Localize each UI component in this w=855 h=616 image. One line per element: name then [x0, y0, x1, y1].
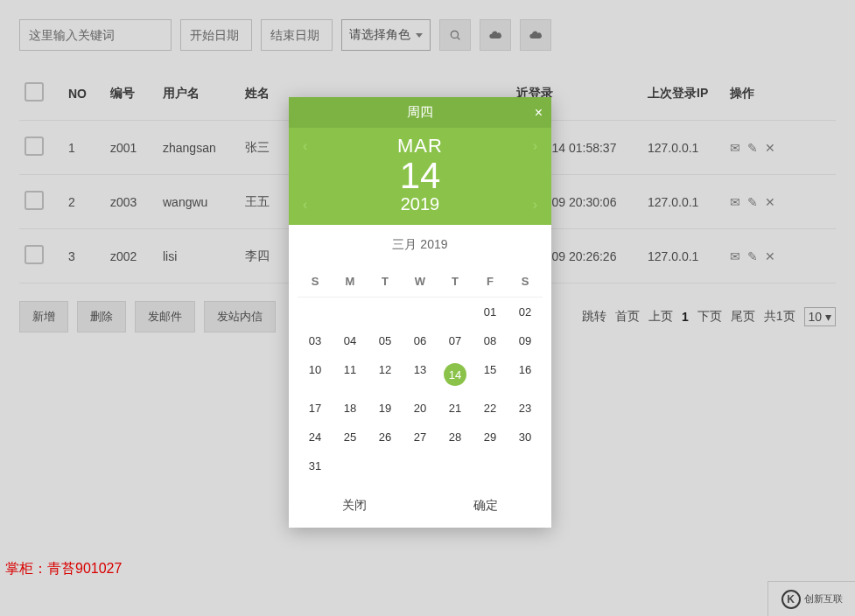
dow-label: T — [438, 266, 473, 298]
prev-month-arrow[interactable]: ‹ — [303, 138, 307, 154]
calendar-day — [508, 452, 543, 480]
dow-label: S — [508, 266, 543, 298]
dow-label: F — [473, 266, 508, 298]
calendar-day[interactable]: 04 — [333, 326, 368, 355]
dow-label: T — [368, 266, 403, 298]
calendar-day[interactable]: 07 — [438, 326, 473, 355]
calendar-day[interactable]: 21 — [438, 394, 473, 423]
datepicker-weekday-bar: 周四 × — [289, 97, 551, 128]
calendar-day[interactable]: 06 — [403, 326, 438, 355]
calendar-day[interactable]: 13 — [403, 355, 438, 394]
datepicker: 周四 × ‹ MAR › 14 ‹ 2019 › 三月 2019 SMTWTFS… — [289, 97, 551, 528]
calendar-day[interactable]: 29 — [473, 423, 508, 452]
calendar-day[interactable]: 05 — [368, 326, 403, 355]
next-year-arrow[interactable]: › — [533, 197, 537, 213]
datepicker-weekday: 周四 — [407, 104, 433, 119]
datepicker-cancel-button[interactable]: 关闭 — [342, 498, 367, 514]
calendar-day — [403, 298, 438, 326]
calendar-day[interactable]: 10 — [298, 355, 333, 394]
calendar-day[interactable]: 26 — [368, 423, 403, 452]
datepicker-close-icon[interactable]: × — [535, 105, 543, 121]
calendar-day — [473, 452, 508, 480]
calendar-day[interactable]: 24 — [298, 423, 333, 452]
calendar-day[interactable]: 02 — [508, 298, 543, 326]
calendar-day[interactable]: 01 — [473, 298, 508, 326]
prev-year-arrow[interactable]: ‹ — [303, 197, 307, 213]
calendar-day[interactable]: 12 — [368, 355, 403, 394]
calendar-day[interactable]: 17 — [298, 394, 333, 423]
calendar-title: 三月 2019 — [289, 225, 551, 266]
calendar-day[interactable]: 15 — [473, 355, 508, 394]
datepicker-header: 周四 × ‹ MAR › 14 ‹ 2019 › — [289, 97, 551, 225]
datepicker-day: 14 — [289, 158, 551, 194]
calendar-day[interactable]: 28 — [438, 423, 473, 452]
calendar-day — [333, 452, 368, 480]
datepicker-ok-button[interactable]: 确定 — [473, 498, 498, 514]
calendar-day[interactable]: 03 — [298, 326, 333, 355]
dow-label: M — [333, 266, 368, 298]
calendar-day[interactable]: 14 — [438, 355, 473, 394]
calendar-day[interactable]: 09 — [508, 326, 543, 355]
datepicker-footer: 关闭 确定 — [289, 484, 551, 528]
calendar-day — [333, 298, 368, 326]
calendar-day[interactable]: 30 — [508, 423, 543, 452]
calendar-day[interactable]: 27 — [403, 423, 438, 452]
calendar-day[interactable]: 11 — [333, 355, 368, 394]
calendar-day — [438, 298, 473, 326]
calendar-day — [368, 452, 403, 480]
calendar-day[interactable]: 18 — [333, 394, 368, 423]
calendar-day — [368, 298, 403, 326]
calendar-day[interactable]: 23 — [508, 394, 543, 423]
dow-label: S — [298, 266, 333, 298]
dow-label: W — [403, 266, 438, 298]
calendar-day[interactable]: 25 — [333, 423, 368, 452]
datepicker-year: 2019 — [401, 194, 440, 214]
calendar-grid: SMTWTFS010203040506070809101112131415161… — [289, 266, 551, 484]
calendar-day[interactable]: 22 — [473, 394, 508, 423]
calendar-day[interactable]: 31 — [298, 452, 333, 480]
calendar-day — [438, 452, 473, 480]
calendar-day — [298, 298, 333, 326]
calendar-day[interactable]: 19 — [368, 394, 403, 423]
calendar-day — [403, 452, 438, 480]
calendar-day[interactable]: 08 — [473, 326, 508, 355]
calendar-day[interactable]: 16 — [508, 355, 543, 394]
next-month-arrow[interactable]: › — [533, 138, 537, 154]
calendar-day[interactable]: 20 — [403, 394, 438, 423]
